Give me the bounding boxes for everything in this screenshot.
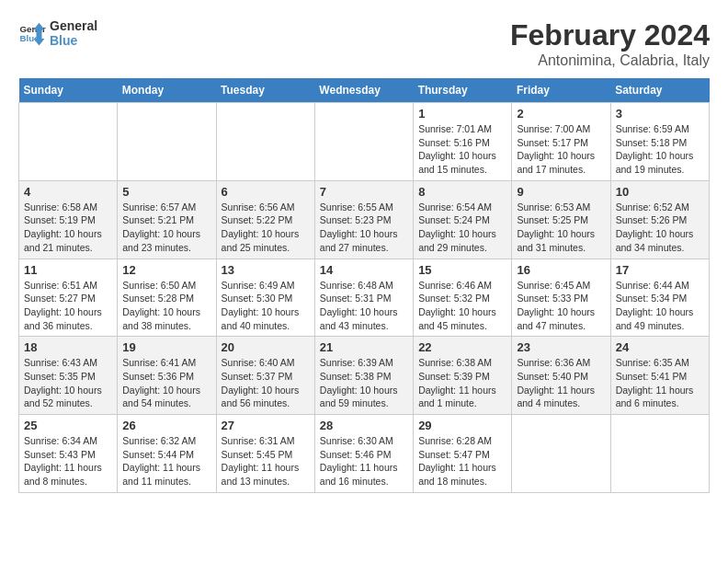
day-info: Sunrise: 6:50 AMSunset: 5:28 PMDaylight:… — [122, 279, 210, 333]
header-cell-monday: Monday — [118, 78, 216, 103]
day-info: Sunrise: 6:31 AMSunset: 5:45 PMDaylight:… — [222, 434, 310, 488]
calendar-cell: 14Sunrise: 6:48 AMSunset: 5:31 PMDayligh… — [314, 259, 413, 337]
day-info: Sunrise: 6:54 AMSunset: 5:24 PMDaylight:… — [418, 201, 506, 255]
calendar-cell: 21Sunrise: 6:39 AMSunset: 5:38 PMDayligh… — [314, 337, 413, 415]
day-number: 25 — [24, 419, 112, 432]
sub-title: Antonimina, Calabria, Italy — [510, 52, 710, 69]
day-info: Sunrise: 6:55 AMSunset: 5:23 PMDaylight:… — [320, 201, 408, 255]
logo-icon: General Blue — [18, 19, 46, 47]
day-number: 12 — [122, 263, 210, 277]
day-number: 5 — [122, 185, 210, 199]
calendar-cell — [118, 103, 216, 181]
day-number: 20 — [222, 340, 310, 354]
calendar-cell: 4Sunrise: 6:58 AMSunset: 5:19 PMDaylight… — [19, 180, 118, 259]
day-number: 6 — [222, 185, 310, 199]
calendar-cell: 12Sunrise: 6:50 AMSunset: 5:28 PMDayligh… — [118, 259, 216, 337]
calendar-header: SundayMondayTuesdayWednesdayThursdayFrid… — [19, 78, 710, 103]
calendar-cell: 19Sunrise: 6:41 AMSunset: 5:36 PMDayligh… — [118, 337, 216, 415]
day-number: 23 — [517, 340, 605, 354]
calendar-cell: 6Sunrise: 6:56 AMSunset: 5:22 PMDaylight… — [216, 180, 314, 259]
calendar-cell — [610, 415, 709, 493]
day-number: 27 — [222, 419, 310, 432]
day-number: 7 — [320, 185, 408, 199]
header-cell-tuesday: Tuesday — [216, 78, 314, 103]
day-info: Sunrise: 6:49 AMSunset: 5:30 PMDaylight:… — [222, 279, 310, 333]
calendar-cell: 10Sunrise: 6:52 AMSunset: 5:26 PMDayligh… — [610, 180, 709, 259]
day-info: Sunrise: 6:43 AMSunset: 5:35 PMDaylight:… — [24, 356, 112, 410]
calendar-cell: 15Sunrise: 6:46 AMSunset: 5:32 PMDayligh… — [414, 259, 512, 337]
day-number: 3 — [616, 107, 704, 121]
day-number: 19 — [122, 340, 210, 354]
calendar-cell: 11Sunrise: 6:51 AMSunset: 5:27 PMDayligh… — [19, 259, 118, 337]
day-info: Sunrise: 6:48 AMSunset: 5:31 PMDaylight:… — [320, 279, 408, 333]
calendar-cell: 25Sunrise: 6:34 AMSunset: 5:43 PMDayligh… — [19, 415, 118, 493]
calendar-body: 1Sunrise: 7:01 AMSunset: 5:16 PMDaylight… — [19, 103, 710, 493]
day-info: Sunrise: 6:46 AMSunset: 5:32 PMDaylight:… — [418, 279, 506, 333]
day-number: 9 — [517, 185, 605, 199]
calendar-cell: 7Sunrise: 6:55 AMSunset: 5:23 PMDaylight… — [314, 180, 413, 259]
week-row-3: 18Sunrise: 6:43 AMSunset: 5:35 PMDayligh… — [19, 337, 710, 415]
calendar-cell: 24Sunrise: 6:35 AMSunset: 5:41 PMDayligh… — [610, 337, 709, 415]
day-info: Sunrise: 6:41 AMSunset: 5:36 PMDaylight:… — [122, 356, 210, 410]
day-info: Sunrise: 6:34 AMSunset: 5:43 PMDaylight:… — [24, 434, 112, 488]
calendar-cell — [216, 103, 314, 181]
day-info: Sunrise: 7:01 AMSunset: 5:16 PMDaylight:… — [418, 122, 506, 177]
calendar-cell: 8Sunrise: 6:54 AMSunset: 5:24 PMDaylight… — [414, 180, 512, 259]
day-number: 14 — [320, 263, 408, 277]
title-block: February 2024 Antonimina, Calabria, Ital… — [510, 18, 710, 69]
day-info: Sunrise: 6:39 AMSunset: 5:38 PMDaylight:… — [320, 356, 408, 410]
day-info: Sunrise: 6:32 AMSunset: 5:44 PMDaylight:… — [122, 434, 210, 488]
day-info: Sunrise: 6:52 AMSunset: 5:26 PMDaylight:… — [616, 201, 704, 255]
day-number: 24 — [616, 340, 704, 354]
day-number: 10 — [616, 185, 704, 199]
day-info: Sunrise: 6:53 AMSunset: 5:25 PMDaylight:… — [517, 201, 605, 255]
calendar-cell: 3Sunrise: 6:59 AMSunset: 5:18 PMDaylight… — [610, 103, 709, 181]
day-number: 16 — [517, 263, 605, 277]
day-info: Sunrise: 7:00 AMSunset: 5:17 PMDaylight:… — [517, 122, 605, 177]
calendar-cell: 16Sunrise: 6:45 AMSunset: 5:33 PMDayligh… — [512, 259, 610, 337]
day-number: 4 — [24, 185, 112, 199]
day-number: 8 — [418, 185, 506, 199]
calendar-cell: 1Sunrise: 7:01 AMSunset: 5:16 PMDaylight… — [414, 103, 512, 181]
header-cell-friday: Friday — [512, 78, 610, 103]
day-info: Sunrise: 6:57 AMSunset: 5:21 PMDaylight:… — [122, 201, 210, 255]
logo-blue: Blue — [50, 33, 97, 48]
day-info: Sunrise: 6:59 AMSunset: 5:18 PMDaylight:… — [616, 122, 704, 177]
calendar-cell: 20Sunrise: 6:40 AMSunset: 5:37 PMDayligh… — [216, 337, 314, 415]
day-info: Sunrise: 6:45 AMSunset: 5:33 PMDaylight:… — [517, 279, 605, 333]
week-row-0: 1Sunrise: 7:01 AMSunset: 5:16 PMDaylight… — [19, 103, 710, 181]
header-cell-saturday: Saturday — [610, 78, 709, 103]
day-info: Sunrise: 6:58 AMSunset: 5:19 PMDaylight:… — [24, 201, 112, 255]
day-number: 22 — [418, 340, 506, 354]
header-cell-sunday: Sunday — [19, 78, 118, 103]
day-number: 2 — [517, 107, 605, 121]
calendar-cell: 13Sunrise: 6:49 AMSunset: 5:30 PMDayligh… — [216, 259, 314, 337]
week-row-4: 25Sunrise: 6:34 AMSunset: 5:43 PMDayligh… — [19, 415, 710, 493]
day-info: Sunrise: 6:36 AMSunset: 5:40 PMDaylight:… — [517, 356, 605, 410]
calendar-cell: 9Sunrise: 6:53 AMSunset: 5:25 PMDaylight… — [512, 180, 610, 259]
calendar-cell: 27Sunrise: 6:31 AMSunset: 5:45 PMDayligh… — [216, 415, 314, 493]
day-number: 13 — [222, 263, 310, 277]
day-number: 29 — [418, 419, 506, 432]
day-number: 18 — [24, 340, 112, 354]
calendar-cell — [314, 103, 413, 181]
calendar-cell: 5Sunrise: 6:57 AMSunset: 5:21 PMDaylight… — [118, 180, 216, 259]
day-info: Sunrise: 6:40 AMSunset: 5:37 PMDaylight:… — [222, 356, 310, 410]
calendar-cell: 2Sunrise: 7:00 AMSunset: 5:17 PMDaylight… — [512, 103, 610, 181]
day-info: Sunrise: 6:30 AMSunset: 5:46 PMDaylight:… — [320, 434, 408, 488]
day-info: Sunrise: 6:38 AMSunset: 5:39 PMDaylight:… — [418, 356, 506, 410]
logo: General Blue General Blue — [18, 18, 97, 48]
day-info: Sunrise: 6:35 AMSunset: 5:41 PMDaylight:… — [616, 356, 704, 410]
header-cell-wednesday: Wednesday — [314, 78, 413, 103]
day-info: Sunrise: 6:51 AMSunset: 5:27 PMDaylight:… — [24, 279, 112, 333]
calendar-cell: 23Sunrise: 6:36 AMSunset: 5:40 PMDayligh… — [512, 337, 610, 415]
calendar-cell: 28Sunrise: 6:30 AMSunset: 5:46 PMDayligh… — [314, 415, 413, 493]
calendar-cell: 26Sunrise: 6:32 AMSunset: 5:44 PMDayligh… — [118, 415, 216, 493]
day-info: Sunrise: 6:28 AMSunset: 5:47 PMDaylight:… — [418, 434, 506, 488]
calendar-cell: 18Sunrise: 6:43 AMSunset: 5:35 PMDayligh… — [19, 337, 118, 415]
calendar-table: SundayMondayTuesdayWednesdayThursdayFrid… — [18, 78, 710, 493]
calendar-cell — [512, 415, 610, 493]
calendar-cell — [19, 103, 118, 181]
day-number: 21 — [320, 340, 408, 354]
week-row-1: 4Sunrise: 6:58 AMSunset: 5:19 PMDaylight… — [19, 180, 710, 259]
